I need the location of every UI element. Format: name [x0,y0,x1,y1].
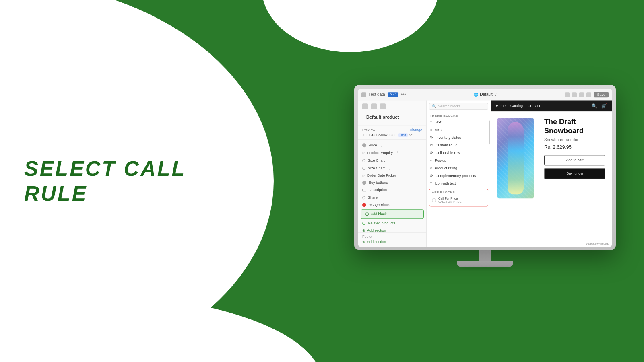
block-item-product-rating[interactable]: ○ Product rating [427,164,491,172]
search-nav-icon[interactable]: 🔍 [592,103,597,109]
enquiry-drag-icon: ⋮ [395,150,399,155]
search-icon: 🔍 [432,104,436,108]
sidebar-item-order-date[interactable]: ▷ Order Date Picker [358,172,426,179]
footer-add-section-button[interactable]: ⊕ Add section [362,239,422,245]
block-item-text[interactable]: ≡ Text [427,118,491,126]
test-data-label: Test data [369,92,385,97]
theme-blocks-title: THEME BLOCKS [427,112,491,118]
scroll-thumb[interactable] [489,120,490,144]
related-products-icon [362,222,365,225]
size-chart-drag-1: ⋮ [387,158,391,162]
save-button[interactable]: Save [594,92,609,97]
nav-contact[interactable]: Contact [528,104,540,108]
search-area: 🔍 Search blocks [427,100,491,112]
svg-point-1 [262,0,439,52]
order-toggle: ▷ [362,174,365,177]
block-item-sku[interactable]: ○ SKU [427,126,491,134]
draft-badge: Draft [388,92,398,97]
call-for-price-sublabel: CALL FOR PRICE [438,200,461,203]
sidebar-item-size-chart-1[interactable]: Size Chart ⋮ [358,156,426,164]
icon-text-icon: ≡ [430,181,432,185]
sidebar-item-ac-qa[interactable]: AC QA Block [358,201,426,208]
sidebar-apps-icon[interactable] [380,103,386,109]
sidebar-icons [362,103,422,109]
back-icon[interactable] [361,92,366,97]
block-item-inventory[interactable]: ⟳ Inventory status [427,134,491,141]
sidebar-item-share[interactable]: Share ⋮ [358,193,426,201]
add-block-button[interactable]: ⊕ Add block [361,209,424,219]
footer-section: Footer ⊕ Add section [358,232,426,247]
product-info: The Draft Snowboard Snowboard Vendor Rs.… [544,118,605,240]
monitor-screen: Test data Draft ••• 🌐 Default ∨ Save [358,89,612,247]
svg-point-2 [0,294,322,362]
theme-blocks-list: ≡ Text ○ SKU ⟳ Inventory status ⟳ [427,118,491,187]
add-section-icon: ⊕ [362,228,365,232]
sku-block-icon: ○ [430,128,432,132]
product-image-area [497,118,538,240]
theme-selector[interactable]: Default [480,92,493,97]
sidebar-item-price[interactable]: Price ⋮ [358,141,426,149]
block-item-icon-text[interactable]: ≡ Icon with text [427,179,491,187]
add-block-icon: ⊕ [365,211,369,217]
popup-icon: ○ [430,158,432,162]
block-item-custom-liquid[interactable]: ⟳ Custom liquid [427,141,491,149]
mobile-icon[interactable] [572,92,577,97]
product-image [497,118,534,198]
preview-section: Preview Change The Draft Snowboard Draft… [358,125,426,140]
app-blocks-title: APP BLOCKS [431,191,486,195]
screen-body: Default product Preview Change The Draft… [358,100,612,247]
more-options-icon[interactable]: ••• [401,92,406,97]
block-item-collapsible[interactable]: ⟳ Collapsible row [427,149,491,156]
buy-it-now-button[interactable]: Buy it now [544,168,605,179]
custom-liquid-icon: ⟳ [430,143,433,147]
share-drag: ⋮ [380,195,384,200]
chevron-icon: ∨ [494,93,497,97]
nav-home[interactable]: Home [496,104,506,108]
product-title: The Draft Snowboard [544,118,605,135]
nav-catalog[interactable]: Catalog [510,104,523,108]
page-title: Select Call Rule [24,156,233,206]
desktop-icon[interactable] [565,92,570,97]
topbar-center: 🌐 Default ∨ [409,92,563,97]
search-placeholder: Search blocks [438,104,461,108]
grid-icon[interactable] [586,92,591,97]
topbar: Test data Draft ••• 🌐 Default ∨ Save [358,89,612,100]
call-for-price-icon [432,198,436,202]
blocks-panel: 🔍 Search blocks THEME BLOCKS ≡ Text ○ SK… [427,100,491,247]
ac-qa-icon [362,203,366,207]
cart-nav-icon[interactable]: 🛒 [601,103,607,109]
search-input-wrapper[interactable]: 🔍 Search blocks [429,103,488,110]
sidebar-grid-icon[interactable] [362,103,368,109]
size-chart-drag-2: ⋮ [387,166,391,170]
activate-windows-text: Activate Windows [586,242,609,245]
sidebar-item-product-enquiry[interactable]: ▷ Product Enquiry ⋮ [358,149,426,156]
preview-name: The Draft Snowboard Draft ⟳ [362,133,422,137]
sidebar-top: Default product [358,100,426,125]
tablet-icon[interactable] [579,92,584,97]
sidebar: Default product Preview Change The Draft… [358,100,427,247]
preview-label: Preview Change [362,128,422,132]
block-item-popup[interactable]: ○ Pop-up [427,156,491,164]
sidebar-item-related-products[interactable]: Related products [358,220,426,227]
add-section-button[interactable]: ⊕ Add section [358,227,426,232]
sidebar-settings-icon[interactable] [371,103,377,109]
price-drag-icon: ⋮ [380,143,384,147]
add-to-cart-button[interactable]: Add to cart [544,155,605,166]
change-link[interactable]: Change [409,128,422,132]
nav-right-icons: 🔍 🛒 [592,103,607,109]
product-price: Rs. 2,629.95 [544,145,605,150]
size-chart-toggle-2 [362,167,365,170]
text-block-icon: ≡ [430,120,432,124]
buy-buttons-icon [362,181,366,185]
sidebar-item-buy-buttons[interactable]: Buy buttons [358,179,426,186]
sidebar-item-description[interactable]: Description [358,186,426,193]
monitor-neck [479,250,491,261]
monitor: Test data Draft ••• 🌐 Default ∨ Save [354,85,616,269]
description-icon [362,189,366,191]
sidebar-item-size-chart-2[interactable]: Size Chart ⋮ [358,164,426,172]
block-item-complementary[interactable]: ⟳ Complementary products [427,172,491,179]
preview-content: The Draft Snowboard Snowboard Vendor Rs.… [491,111,612,247]
collapsible-icon: ⟳ [430,150,433,155]
app-block-call-for-price[interactable]: Call For Price CALL FOR PRICE [431,195,486,204]
refresh-icon[interactable]: ⟳ [409,133,413,137]
